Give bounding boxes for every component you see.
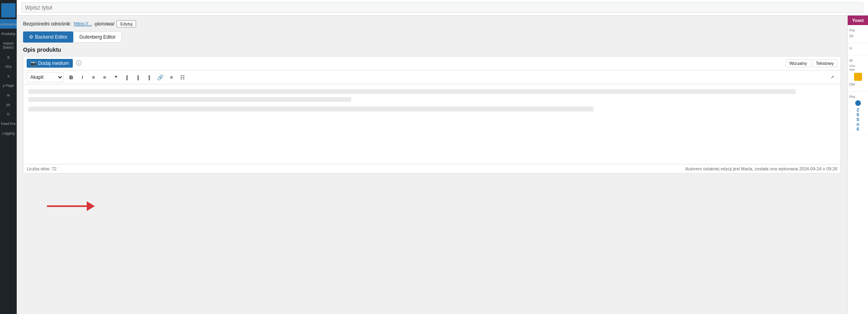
sidebar: commerce Produkty Import(basic) g nicy a… [0, 0, 17, 314]
yoast-score-dot [855, 100, 861, 106]
sidebar-item-ps[interactable]: ps [0, 99, 17, 109]
yoast-fra-label: Fra [849, 28, 866, 32]
yoast-ze-label: Ze [849, 34, 866, 38]
content-line-2 [28, 97, 351, 102]
unordered-list-button[interactable]: ≡ [88, 72, 99, 82]
post-title-input[interactable] [21, 2, 863, 13]
backend-editor-button[interactable]: ⚙Backend Editor [23, 31, 73, 43]
yoast-poc-section: Poc Z6Sn6 [848, 92, 868, 135]
sidebar-brand[interactable] [1, 3, 16, 18]
permalink-label: Bezpośredni odnośnik: [23, 21, 71, 27]
sidebar-item-label: Produkty [0, 32, 17, 36]
sidebar-item-label: a [0, 74, 17, 78]
view-toggle: Wizualny Tekstowy [786, 59, 837, 67]
add-media-button[interactable]: 📷 Dodaj medium [27, 59, 73, 68]
sidebar-item-produkty[interactable]: Produkty [0, 29, 17, 38]
align-center-button[interactable]: ∥ [133, 72, 143, 82]
permalink-suffix: -pionowa/ [93, 21, 114, 27]
align-right-button[interactable]: ∥ [144, 72, 154, 82]
sidebar-item-a[interactable]: a [0, 71, 17, 80]
table-button[interactable]: ☷ [177, 72, 188, 82]
yoast-score-number: Z6Sn6 [849, 107, 866, 131]
arrow-line [47, 205, 87, 207]
sidebar-item-label: Feed Pro [0, 122, 17, 126]
editor-footer: Liczba słów: 72 Autorem ostatniej edycji… [23, 164, 841, 173]
sidebar-item-feedpro[interactable]: Feed Pro [0, 119, 17, 128]
sidebar-item-commerce[interactable]: commerce [0, 19, 17, 29]
content-line-3 [28, 107, 594, 111]
editor-toolbar-top: 📷 Dodaj medium ⓘ Wizualny Tekstowy [23, 57, 841, 70]
sidebar-item-o[interactable]: O [0, 109, 17, 119]
yoast-orange-icon [854, 73, 862, 81]
italic-button[interactable]: I [77, 72, 88, 82]
ordered-list-button[interactable]: ≡ [99, 72, 110, 82]
media-icon: 📷 [31, 60, 37, 66]
main-wrapper: Bezpośredni odnośnik: https://... -piono… [17, 0, 868, 314]
sidebar-item-label: O [0, 112, 17, 116]
arrow-right [47, 201, 95, 211]
sidebar-item-import[interactable]: Import(basic) [0, 38, 17, 52]
paragraph-select[interactable]: Akapit Nagłówek 1 Nagłówek 2 Nagłówek 3 [27, 72, 64, 82]
sidebar-item-label: ia [0, 93, 17, 97]
link-button[interactable]: 🔗 [155, 72, 165, 82]
sidebar-item-page[interactable]: y Page [0, 80, 17, 90]
sidebar-item-nicy[interactable]: nicy [0, 61, 17, 71]
align-left-button[interactable]: ∥ [122, 72, 132, 82]
sidebar-item-ia[interactable]: ia [0, 90, 17, 99]
yoast-panel: Yoast Fra Ze U W Chowys Okr Poc Z6Sn6 [847, 16, 868, 314]
arrow-head [87, 201, 95, 211]
permalink-link[interactable]: https://... [74, 21, 92, 27]
visual-tab-button[interactable]: Wizualny [786, 59, 811, 67]
content-area: Bezpośredni odnośnik: https://... -piono… [17, 16, 868, 314]
yoast-poc-label: Poc [849, 95, 866, 99]
yoast-cho-label: Chowys [849, 64, 866, 71]
arrow-area [23, 185, 841, 211]
editor-toggle: ⚙Backend Editor Gutenberg Editor [23, 31, 841, 43]
content-line-1 [28, 89, 796, 94]
yoast-w-label: W [849, 59, 866, 62]
top-bar [17, 0, 868, 16]
sidebar-item-label: ps [0, 103, 17, 107]
yoast-fra-section: Fra Ze [848, 25, 868, 43]
editor-content[interactable] [23, 84, 841, 164]
permalink-edit-button[interactable]: Edytuj [117, 20, 136, 27]
sidebar-item-g[interactable]: g [0, 52, 17, 61]
yoast-header: Yoast [848, 16, 868, 25]
sidebar-item-label: g [0, 55, 17, 59]
sidebar-item-logging[interactable]: Logging [0, 128, 17, 138]
blockquote-button[interactable]: ❝ [111, 72, 121, 82]
gutenberg-editor-button[interactable]: Gutenberg Editor [73, 31, 121, 43]
section-label: Opis produktu [23, 47, 841, 53]
editor-section: Bezpośredni odnośnik: https://... -piono… [17, 16, 847, 314]
bold-button[interactable]: B [66, 72, 76, 82]
info-icon[interactable]: ⓘ [76, 60, 82, 67]
last-edit-info: Autorem ostatniej edycji jest Marta, zos… [685, 166, 837, 171]
editor-box: 📷 Dodaj medium ⓘ Wizualny Tekstowy Akapi… [23, 56, 841, 174]
indent-button[interactable]: ≡ [166, 72, 177, 82]
expand-editor-button[interactable]: ↗ [827, 72, 837, 82]
editor-format-toolbar: Akapit Nagłówek 1 Nagłówek 2 Nagłówek 3 … [23, 70, 841, 84]
yoast-u-label: U [849, 46, 866, 50]
sidebar-item-label: Logging [0, 131, 17, 135]
sidebar-item-label: commerce [0, 22, 17, 26]
word-count: Liczba słów: 72 [27, 166, 56, 171]
sidebar-item-label: y Page [0, 84, 17, 88]
permalink-row: Bezpośredni odnośnik: https://... -piono… [23, 20, 841, 27]
sidebar-item-label: nicy [0, 64, 17, 68]
sidebar-item-label: Import(basic) [0, 41, 17, 49]
yoast-u-section: U [848, 43, 868, 55]
yoast-okr-label: Okr [849, 82, 866, 86]
yoast-w-section: W Chowys Okr [848, 55, 868, 92]
text-tab-button[interactable]: Tekstowy [812, 59, 837, 67]
